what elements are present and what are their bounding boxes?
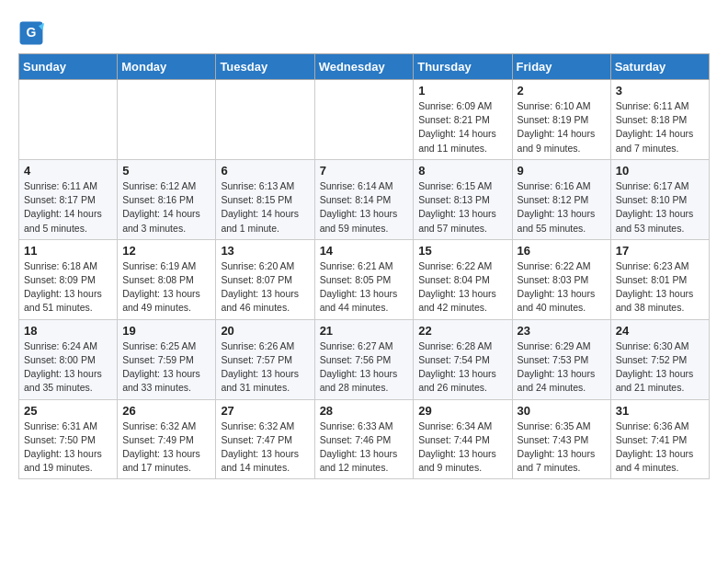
day-number: 17 [616,244,704,258]
day-info: Sunrise: 6:32 AM Sunset: 7:49 PM Dayligh… [122,419,210,476]
calendar-cell: 31Sunrise: 6:36 AM Sunset: 7:41 PM Dayli… [610,399,709,479]
weekday-header-tuesday: Tuesday [216,54,314,80]
day-number: 18 [24,324,112,338]
day-info: Sunrise: 6:09 AM Sunset: 8:21 PM Dayligh… [418,99,506,155]
week-row-4: 18Sunrise: 6:24 AM Sunset: 8:00 PM Dayli… [19,319,710,399]
calendar-cell: 18Sunrise: 6:24 AM Sunset: 8:00 PM Dayli… [19,319,118,399]
calendar-cell: 1Sunrise: 6:09 AM Sunset: 8:21 PM Daylig… [414,80,512,160]
day-info: Sunrise: 6:35 AM Sunset: 7:43 PM Dayligh… [518,419,606,476]
day-info: Sunrise: 6:27 AM Sunset: 7:56 PM Dayligh… [320,339,409,396]
day-info: Sunrise: 6:18 AM Sunset: 8:09 PM Dayligh… [24,259,112,316]
day-info: Sunrise: 6:22 AM Sunset: 8:04 PM Dayligh… [418,259,506,316]
day-number: 10 [616,164,704,178]
day-info: Sunrise: 6:20 AM Sunset: 8:07 PM Dayligh… [221,259,309,316]
calendar-cell: 4Sunrise: 6:11 AM Sunset: 8:17 PM Daylig… [19,159,118,239]
calendar-cell: 14Sunrise: 6:21 AM Sunset: 8:05 PM Dayli… [314,239,414,319]
day-number: 14 [320,244,409,258]
calendar-cell: 7Sunrise: 6:14 AM Sunset: 8:14 PM Daylig… [314,159,414,239]
calendar-cell: 29Sunrise: 6:34 AM Sunset: 7:44 PM Dayli… [414,399,512,479]
calendar-cell: 19Sunrise: 6:25 AM Sunset: 7:59 PM Dayli… [118,319,216,399]
svg-text:G: G [27,25,37,40]
calendar-cell: 25Sunrise: 6:31 AM Sunset: 7:50 PM Dayli… [19,399,118,479]
calendar-cell: 13Sunrise: 6:20 AM Sunset: 8:07 PM Dayli… [216,239,314,319]
header: G [18,15,710,46]
day-info: Sunrise: 6:26 AM Sunset: 7:57 PM Dayligh… [221,339,309,396]
day-info: Sunrise: 6:34 AM Sunset: 7:44 PM Dayligh… [418,419,506,476]
calendar-cell: 12Sunrise: 6:19 AM Sunset: 8:08 PM Dayli… [118,239,216,319]
day-number: 7 [320,164,409,178]
day-number: 8 [418,164,506,178]
calendar-cell [19,80,118,160]
day-info: Sunrise: 6:23 AM Sunset: 8:01 PM Dayligh… [616,259,704,316]
calendar-cell: 26Sunrise: 6:32 AM Sunset: 7:49 PM Dayli… [118,399,216,479]
day-info: Sunrise: 6:14 AM Sunset: 8:14 PM Dayligh… [320,179,409,236]
week-row-3: 11Sunrise: 6:18 AM Sunset: 8:09 PM Dayli… [19,239,710,319]
day-info: Sunrise: 6:32 AM Sunset: 7:47 PM Dayligh… [221,419,309,476]
calendar-cell: 27Sunrise: 6:32 AM Sunset: 7:47 PM Dayli… [216,399,314,479]
weekday-header-monday: Monday [118,54,216,80]
day-info: Sunrise: 6:22 AM Sunset: 8:03 PM Dayligh… [518,259,606,316]
day-number: 31 [616,404,704,418]
day-info: Sunrise: 6:36 AM Sunset: 7:41 PM Dayligh… [616,419,704,476]
day-number: 29 [418,404,506,418]
calendar-cell: 30Sunrise: 6:35 AM Sunset: 7:43 PM Dayli… [512,399,610,479]
weekday-header-wednesday: Wednesday [314,54,414,80]
day-info: Sunrise: 6:11 AM Sunset: 8:17 PM Dayligh… [24,179,112,236]
day-number: 30 [518,404,606,418]
calendar-cell: 16Sunrise: 6:22 AM Sunset: 8:03 PM Dayli… [512,239,610,319]
calendar-cell: 3Sunrise: 6:11 AM Sunset: 8:18 PM Daylig… [610,80,709,160]
day-info: Sunrise: 6:28 AM Sunset: 7:54 PM Dayligh… [418,339,506,396]
day-number: 21 [320,324,409,338]
day-info: Sunrise: 6:29 AM Sunset: 7:53 PM Dayligh… [518,339,606,396]
day-info: Sunrise: 6:13 AM Sunset: 8:15 PM Dayligh… [221,179,309,236]
calendar-cell: 9Sunrise: 6:16 AM Sunset: 8:12 PM Daylig… [512,159,610,239]
calendar-cell: 2Sunrise: 6:10 AM Sunset: 8:19 PM Daylig… [512,80,610,160]
day-info: Sunrise: 6:17 AM Sunset: 8:10 PM Dayligh… [616,179,704,236]
day-info: Sunrise: 6:15 AM Sunset: 8:13 PM Dayligh… [418,179,506,236]
day-number: 23 [518,324,606,338]
day-info: Sunrise: 6:10 AM Sunset: 8:19 PM Dayligh… [518,99,606,155]
calendar-cell: 23Sunrise: 6:29 AM Sunset: 7:53 PM Dayli… [512,319,610,399]
calendar-cell: 15Sunrise: 6:22 AM Sunset: 8:04 PM Dayli… [414,239,512,319]
day-info: Sunrise: 6:21 AM Sunset: 8:05 PM Dayligh… [320,259,409,316]
calendar-cell: 20Sunrise: 6:26 AM Sunset: 7:57 PM Dayli… [216,319,314,399]
weekday-header-sunday: Sunday [19,54,118,80]
day-number: 3 [616,84,704,98]
calendar-cell: 6Sunrise: 6:13 AM Sunset: 8:15 PM Daylig… [216,159,314,239]
day-number: 28 [320,404,409,418]
day-info: Sunrise: 6:25 AM Sunset: 7:59 PM Dayligh… [122,339,210,396]
day-info: Sunrise: 6:11 AM Sunset: 8:18 PM Dayligh… [616,99,704,155]
weekday-header-saturday: Saturday [610,54,709,80]
day-number: 11 [24,244,112,258]
calendar-cell: 17Sunrise: 6:23 AM Sunset: 8:01 PM Dayli… [610,239,709,319]
day-number: 4 [24,164,112,178]
calendar: SundayMondayTuesdayWednesdayThursdayFrid… [18,53,710,479]
calendar-cell: 28Sunrise: 6:33 AM Sunset: 7:46 PM Dayli… [314,399,414,479]
day-number: 5 [122,164,210,178]
calendar-cell: 22Sunrise: 6:28 AM Sunset: 7:54 PM Dayli… [414,319,512,399]
calendar-cell: 5Sunrise: 6:12 AM Sunset: 8:16 PM Daylig… [118,159,216,239]
logo: G [18,20,48,46]
day-info: Sunrise: 6:30 AM Sunset: 7:52 PM Dayligh… [616,339,704,396]
day-number: 20 [221,324,309,338]
day-info: Sunrise: 6:16 AM Sunset: 8:12 PM Dayligh… [518,179,606,236]
day-number: 15 [418,244,506,258]
day-number: 12 [122,244,210,258]
day-info: Sunrise: 6:31 AM Sunset: 7:50 PM Dayligh… [24,419,112,476]
calendar-cell: 10Sunrise: 6:17 AM Sunset: 8:10 PM Dayli… [610,159,709,239]
day-number: 25 [24,404,112,418]
calendar-cell: 8Sunrise: 6:15 AM Sunset: 8:13 PM Daylig… [414,159,512,239]
day-info: Sunrise: 6:33 AM Sunset: 7:46 PM Dayligh… [320,419,409,476]
day-number: 26 [122,404,210,418]
day-number: 27 [221,404,309,418]
weekday-header-row: SundayMondayTuesdayWednesdayThursdayFrid… [19,54,710,80]
day-number: 6 [221,164,309,178]
day-info: Sunrise: 6:12 AM Sunset: 8:16 PM Dayligh… [122,179,210,236]
calendar-cell: 21Sunrise: 6:27 AM Sunset: 7:56 PM Dayli… [314,319,414,399]
day-number: 24 [616,324,704,338]
day-info: Sunrise: 6:24 AM Sunset: 8:00 PM Dayligh… [24,339,112,396]
week-row-1: 1Sunrise: 6:09 AM Sunset: 8:21 PM Daylig… [19,80,710,160]
calendar-cell [314,80,414,160]
day-number: 1 [418,84,506,98]
day-number: 9 [518,164,606,178]
